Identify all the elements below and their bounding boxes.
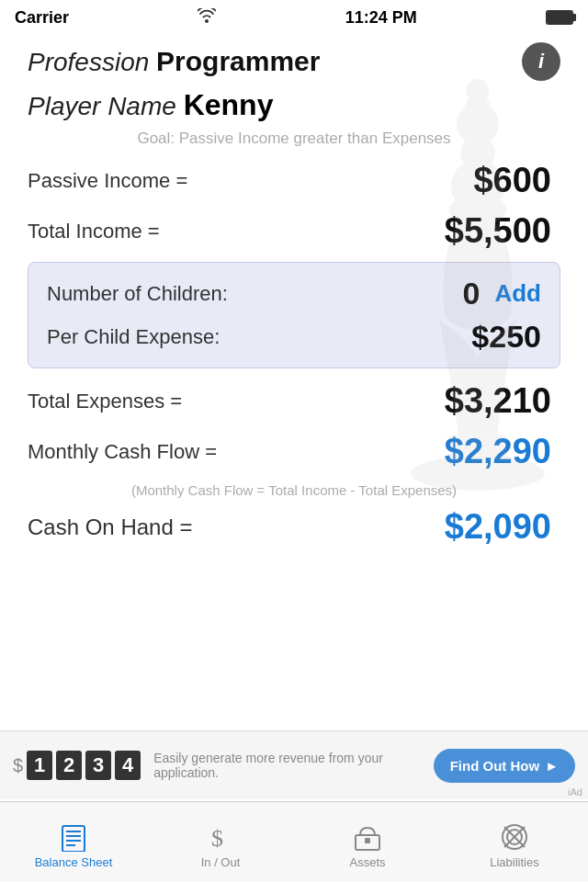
tab-assets[interactable]: Assets	[294, 815, 441, 869]
tab-balance-sheet[interactable]: Balance Sheet	[0, 815, 147, 869]
per-child-value: $250	[471, 319, 541, 355]
find-out-label: Find Out How	[450, 758, 539, 774]
ad-digit-1: 1	[27, 751, 52, 780]
total-expenses-label: Total Expenses =	[28, 390, 182, 413]
svg-rect-9	[62, 826, 85, 852]
player-value: Kenny	[184, 88, 274, 121]
battery-icon	[546, 10, 573, 25]
monthly-cash-flow-row: Monthly Cash Flow = $2,290	[28, 432, 560, 471]
total-income-label: Total Income =	[28, 220, 160, 243]
monthly-cash-flow-label: Monthly Cash Flow =	[28, 440, 217, 464]
tab-liabilities[interactable]: Liabilities	[441, 815, 588, 869]
total-expenses-row: Total Expenses = $3,210	[28, 381, 560, 421]
per-child-row: Per Child Expense: $250	[47, 319, 541, 355]
main-content: Profession Programmer i Player Name Kenn…	[0, 33, 588, 547]
ad-dollar-block: $ 1 2 3 4	[13, 751, 141, 780]
liabilities-icon	[500, 822, 529, 852]
time-text: 11:24 PM	[345, 8, 417, 28]
total-expenses-value: $3,210	[445, 381, 551, 421]
tab-bar: Balance Sheet $ In / Out Assets Liabilit…	[0, 801, 588, 882]
children-count-row: Number of Children: 0 Add	[47, 276, 541, 311]
profession-label: Profession	[28, 48, 149, 76]
passive-income-label: Passive Income =	[28, 169, 187, 193]
passive-income-row: Passive Income = $600	[28, 161, 560, 200]
cash-on-hand-label: Cash On Hand =	[28, 514, 192, 540]
tab-in-out[interactable]: $ In / Out	[147, 815, 294, 869]
status-bar: Carrier 11:24 PM	[0, 0, 588, 33]
children-label: Number of Children:	[47, 282, 228, 306]
children-count-value: 0	[463, 276, 481, 311]
ad-dollar-sign: $	[13, 755, 23, 776]
cash-on-hand-row: Cash On Hand = $2,090	[28, 507, 560, 547]
children-box: Number of Children: 0 Add Per Child Expe…	[28, 262, 560, 368]
passive-income-value: $600	[473, 161, 551, 200]
children-count-area: 0 Add	[463, 276, 541, 311]
iad-label: iAd	[568, 786, 582, 797]
goal-text: Goal: Passive Income greater than Expens…	[28, 130, 560, 148]
carrier-text: Carrier	[15, 8, 69, 28]
assets-icon	[353, 822, 382, 852]
add-children-button[interactable]: Add	[494, 279, 541, 308]
ad-digit-3: 3	[85, 751, 111, 780]
chevron-right-icon: ►	[545, 758, 559, 774]
ad-digit-2: 2	[56, 751, 82, 780]
total-income-row: Total Income = $5,500	[28, 211, 560, 251]
in-out-icon: $	[206, 822, 235, 852]
svg-rect-16	[365, 838, 370, 843]
svg-text:$: $	[211, 825, 223, 852]
per-child-label: Per Child Expense:	[47, 325, 220, 349]
profession-line: Profession Programmer	[28, 46, 320, 77]
tab-in-out-label: In / Out	[201, 855, 241, 869]
tab-assets-label: Assets	[349, 855, 385, 869]
profession-value: Programmer	[156, 46, 320, 76]
wifi-icon	[198, 8, 216, 27]
total-income-value: $5,500	[445, 211, 551, 251]
cash-on-hand-value: $2,090	[445, 507, 551, 547]
info-button[interactable]: i	[522, 42, 560, 81]
tab-liabilities-label: Liabilities	[490, 855, 538, 869]
find-out-button[interactable]: Find Out How ►	[434, 749, 575, 783]
monthly-cash-flow-value: $2,290	[445, 432, 551, 471]
player-name-row: Player Name Kenny	[28, 88, 560, 122]
balance-sheet-icon	[59, 822, 88, 852]
player-label: Player Name	[28, 92, 176, 120]
ad-digit-4: 4	[115, 751, 141, 780]
tab-balance-sheet-label: Balance Sheet	[35, 855, 113, 869]
header-row: Profession Programmer i	[28, 42, 560, 81]
formula-note: (Monthly Cash Flow = Total Income - Tota…	[28, 482, 560, 498]
ad-banner: $ 1 2 3 4 Easily generate more revenue f…	[0, 730, 588, 799]
ad-text: Easily generate more revenue from your a…	[153, 751, 421, 780]
